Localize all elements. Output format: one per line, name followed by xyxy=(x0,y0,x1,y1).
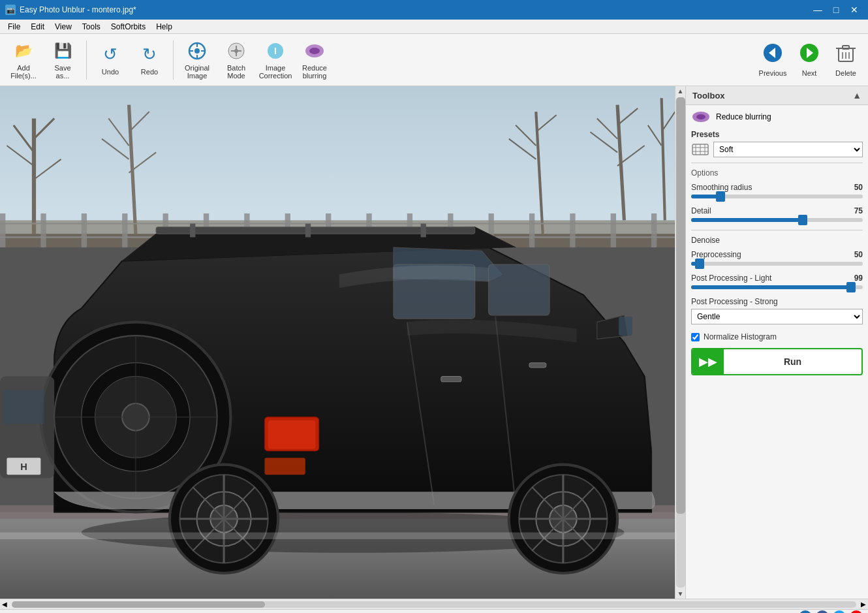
image-correction-icon: I xyxy=(265,40,286,61)
detail-fill xyxy=(691,218,803,222)
nav-buttons: Previous Next De xyxy=(756,37,863,83)
toolbar-separator-1 xyxy=(86,40,87,80)
post-processing-light-row: Post Processing - Light 99 xyxy=(691,274,863,289)
svg-rect-64 xyxy=(651,213,657,247)
run-button-area: ▶▶ Run xyxy=(691,348,863,375)
svg-point-1 xyxy=(194,48,200,54)
undo-label: Undo xyxy=(102,68,119,76)
image-area[interactable]: H ▲ ▼ xyxy=(0,86,685,599)
save-as-button[interactable]: 💾 Saveas... xyxy=(44,37,81,83)
facebook-icon[interactable]: f xyxy=(816,610,829,614)
h-scroll-thumb[interactable] xyxy=(12,601,265,608)
svg-rect-99 xyxy=(190,224,195,238)
presets-label: Presets xyxy=(691,130,863,139)
undo-button[interactable]: ↺ Undo xyxy=(92,37,129,83)
add-files-button[interactable]: 📂 AddFile(s)... xyxy=(5,37,42,83)
svg-rect-22 xyxy=(0,86,685,234)
menu-softorbits[interactable]: SoftOrbits xyxy=(106,21,151,33)
menu-view[interactable]: View xyxy=(50,21,77,33)
menu-help[interactable]: Help xyxy=(151,21,178,33)
save-as-label: Saveas... xyxy=(54,64,70,80)
vertical-scrollbar[interactable]: ▲ ▼ xyxy=(675,86,685,599)
original-image-button[interactable]: OriginalImage xyxy=(179,37,215,83)
svg-point-11 xyxy=(309,48,320,54)
normalize-histogram-label: Normalize Histogram xyxy=(704,332,777,341)
svg-rect-77 xyxy=(441,376,461,381)
reduce-blurring-label: Reduceblurring xyxy=(302,64,327,80)
add-files-icon: 📂 xyxy=(13,40,34,61)
scroll-left-arrow[interactable]: ◀ xyxy=(0,601,9,608)
menu-edit[interactable]: Edit xyxy=(25,21,50,33)
svg-rect-100 xyxy=(305,224,311,238)
denoise-label: Denoise xyxy=(691,236,863,245)
next-icon xyxy=(799,42,820,68)
preset-row: Soft Medium Strong Custom xyxy=(691,142,863,157)
smoothing-radius-track[interactable] xyxy=(691,195,863,198)
original-image-icon xyxy=(187,40,208,61)
svg-point-109 xyxy=(696,114,705,119)
title-bar: 📷 Easy Photo Unblur - montero.jpg* — □ ✕ xyxy=(0,0,868,20)
batch-mode-button[interactable]: BatchMode xyxy=(218,37,255,83)
info-icon[interactable]: i xyxy=(799,610,812,614)
post-processing-light-thumb xyxy=(846,282,856,292)
post-processing-light-fill xyxy=(691,285,851,289)
add-files-label: AddFile(s)... xyxy=(10,64,37,80)
previous-button[interactable]: Previous xyxy=(756,37,790,83)
minimize-button[interactable]: — xyxy=(809,3,826,16)
svg-rect-48 xyxy=(0,213,5,247)
status-bar: 1:1 ⊞ − + Time (s): 0.2 (3264x2448x24) i… xyxy=(0,609,868,613)
scroll-down-arrow[interactable]: ▼ xyxy=(677,590,684,597)
preprocessing-track[interactable] xyxy=(691,262,863,266)
batch-mode-label: BatchMode xyxy=(227,64,245,80)
delete-button[interactable]: Delete xyxy=(829,37,863,83)
delete-label: Delete xyxy=(835,69,856,77)
post-processing-light-track[interactable] xyxy=(691,285,863,289)
smoothing-radius-row: Smoothing radius 50 xyxy=(691,183,863,198)
svg-rect-50 xyxy=(82,213,87,247)
scroll-up-arrow[interactable]: ▲ xyxy=(677,87,684,95)
undo-icon: ↺ xyxy=(100,44,121,65)
svg-rect-81 xyxy=(268,420,316,449)
scroll-right-arrow[interactable]: ▶ xyxy=(859,601,868,608)
presets-dropdown[interactable]: Soft Medium Strong Custom xyxy=(713,142,863,157)
app-icon: 📷 xyxy=(5,5,16,15)
menu-file[interactable]: File xyxy=(3,21,25,33)
svg-rect-107 xyxy=(619,317,632,336)
svg-text:I: I xyxy=(274,46,277,56)
svg-rect-101 xyxy=(421,224,426,238)
preprocessing-thumb xyxy=(695,259,704,269)
menu-tools[interactable]: Tools xyxy=(77,21,106,33)
svg-rect-63 xyxy=(611,213,616,247)
svg-point-7 xyxy=(234,49,238,53)
reduce-blurring-button[interactable]: Reduceblurring xyxy=(296,37,333,83)
next-button[interactable]: Next xyxy=(792,37,826,83)
svg-rect-74 xyxy=(489,264,550,315)
next-label: Next xyxy=(802,69,817,77)
detail-track[interactable] xyxy=(691,218,863,222)
delete-icon xyxy=(836,43,856,68)
run-icon-button[interactable]: ▶▶ xyxy=(692,349,724,374)
close-button[interactable]: ✕ xyxy=(846,3,863,16)
post-processing-strong-row: Post Processing - Strong Gentle Medium S… xyxy=(691,297,863,324)
h-scroll-track[interactable] xyxy=(12,601,856,608)
svg-rect-80 xyxy=(264,458,305,475)
normalize-histogram-checkbox[interactable] xyxy=(691,333,700,341)
post-processing-strong-dropdown[interactable]: Gentle Medium Strong xyxy=(691,309,863,324)
toolbox-scroll-up[interactable]: ▲ xyxy=(852,90,861,101)
preset-icon xyxy=(691,143,709,156)
maximize-button[interactable]: □ xyxy=(828,3,845,16)
window-title: Easy Photo Unblur - montero.jpg* xyxy=(20,5,136,14)
image-correction-button[interactable]: I ImageCorrection xyxy=(257,37,294,83)
svg-rect-106 xyxy=(0,533,685,539)
youtube-icon[interactable]: ▶ xyxy=(850,610,863,614)
detail-value: 75 xyxy=(854,206,863,215)
redo-button[interactable]: ↻ Redo xyxy=(131,37,168,83)
horizontal-scrollbar[interactable]: ◀ ▶ xyxy=(0,599,868,609)
original-image-label: OriginalImage xyxy=(185,64,209,80)
svg-rect-18 xyxy=(843,46,849,49)
twitter-icon[interactable]: t xyxy=(833,610,846,614)
menu-bar: File Edit View Tools SoftOrbits Help xyxy=(0,20,868,34)
car-photo: H xyxy=(0,86,685,599)
run-button[interactable]: Run xyxy=(724,351,861,372)
redo-icon: ↻ xyxy=(139,44,160,65)
